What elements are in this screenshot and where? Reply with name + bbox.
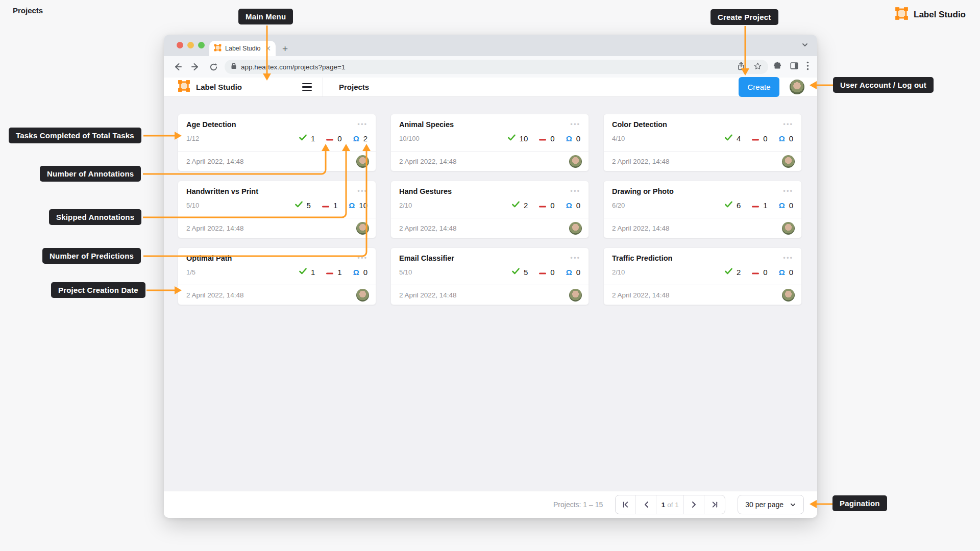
project-title: Age Detection (186, 120, 357, 129)
project-card[interactable]: Handwritten vs Print ••• 5/10 5 1 Ω (178, 181, 376, 238)
browser-window: Label Studio ✕ + app.heartex.com/project… (164, 35, 817, 518)
tasks-completed-ratio: 1/5 (186, 268, 299, 276)
skipped-minus-icon (752, 134, 759, 143)
project-title: Traffic Prediction (612, 254, 783, 262)
project-title: Handwritten vs Print (186, 187, 357, 195)
main-menu-hamburger-icon[interactable] (302, 83, 312, 91)
url-text[interactable]: app.heartex.com/projects?page=1 (241, 63, 733, 71)
project-card[interactable]: Optimal Path ••• 1/5 1 1 Ω 0 (178, 247, 376, 305)
predictions-count: 0 (363, 268, 368, 277)
bookmark-star-icon[interactable] (753, 62, 762, 72)
project-card[interactable]: Animal Species ••• 10/100 10 0 Ω (390, 114, 589, 171)
predictions-count: 0 (576, 201, 580, 210)
skipped-minus-icon (752, 201, 759, 210)
predictions-count: 2 (363, 134, 368, 143)
project-creation-date: 2 April 2022, 14:48 (186, 224, 356, 232)
first-page-button[interactable] (616, 495, 636, 514)
callout-num-predictions: Number of Predictions (42, 248, 141, 264)
project-card[interactable]: Traffic Prediction ••• 2/10 2 0 Ω (603, 247, 802, 305)
browser-tab[interactable]: Label Studio ✕ (209, 41, 276, 56)
app-footer: Projects: 1 – 15 1 of 1 30 per page (164, 491, 817, 518)
project-card[interactable]: Drawing or Photo ••• 6/20 6 1 Ω (603, 181, 802, 238)
per-page-dropdown[interactable]: 30 per page (738, 495, 804, 514)
annotations-check-icon (725, 267, 732, 277)
project-member-avatar (356, 155, 369, 168)
zoom-window-button[interactable] (198, 42, 205, 48)
user-avatar[interactable] (790, 80, 804, 94)
last-page-button[interactable] (704, 495, 725, 514)
chevron-down-icon (790, 502, 796, 508)
project-title: Drawing or Photo (612, 187, 783, 195)
project-creation-date: 2 April 2022, 14:48 (399, 291, 569, 299)
predictions-icon: Ω (779, 268, 785, 277)
prev-page-button[interactable] (636, 495, 656, 514)
page-count: of 1 (667, 501, 679, 509)
back-icon[interactable] (171, 60, 184, 73)
card-menu-kebab-icon[interactable]: ••• (783, 120, 793, 127)
callout-pagination: Pagination (832, 495, 887, 511)
annotations-count: 2 (524, 201, 528, 210)
forward-icon[interactable] (189, 60, 202, 73)
close-window-button[interactable] (177, 42, 183, 48)
skipped-count: 0 (763, 268, 767, 277)
app-brand-label: Label Studio (196, 83, 242, 91)
card-menu-kebab-icon[interactable]: ••• (357, 120, 368, 127)
card-menu-kebab-icon[interactable]: ••• (570, 254, 580, 260)
card-menu-kebab-icon[interactable]: ••• (570, 120, 580, 127)
new-tab-button[interactable]: + (282, 43, 288, 55)
predictions-count: 0 (789, 201, 793, 210)
skipped-count: 1 (333, 201, 337, 210)
card-counts: 6 1 Ω 0 (725, 201, 793, 210)
tab-title: Label Studio (225, 45, 261, 52)
annotations-check-icon (508, 134, 516, 143)
predictions-count: 10 (359, 201, 368, 210)
tasks-completed-ratio: 2/10 (399, 202, 512, 209)
address-bar[interactable]: app.heartex.com/projects?page=1 (225, 60, 768, 74)
project-creation-date: 2 April 2022, 14:48 (399, 158, 569, 165)
extensions-puzzle-icon[interactable] (773, 61, 782, 72)
predictions-count: 0 (789, 268, 793, 277)
skipped-count: 0 (337, 134, 341, 143)
reload-icon[interactable] (207, 60, 220, 73)
predictions-icon: Ω (566, 268, 572, 277)
tab-strip-chevron-icon[interactable] (801, 41, 808, 51)
project-card[interactable]: Hand Gestures ••• 2/10 2 0 Ω (390, 181, 589, 238)
card-counts: 5 0 Ω 0 (512, 267, 580, 277)
tab-close-icon[interactable]: ✕ (265, 45, 271, 52)
card-menu-kebab-icon[interactable]: ••• (357, 187, 368, 193)
project-creation-date: 2 April 2022, 14:48 (612, 291, 782, 299)
lock-icon (231, 62, 237, 71)
card-menu-kebab-icon[interactable]: ••• (570, 187, 580, 193)
callout-creation-date: Project Creation Date (51, 282, 145, 298)
callout-num-annotations: Number of Annotations (40, 166, 141, 182)
predictions-icon: Ω (566, 201, 572, 210)
share-icon[interactable] (737, 62, 745, 72)
project-member-avatar (569, 155, 582, 168)
side-panel-icon[interactable] (790, 61, 799, 72)
skipped-minus-icon (326, 267, 333, 277)
card-menu-kebab-icon[interactable]: ••• (783, 254, 793, 260)
minimize-window-button[interactable] (187, 42, 194, 48)
browser-menu-kebab-icon[interactable] (806, 61, 809, 72)
project-creation-date: 2 April 2022, 14:48 (186, 291, 356, 299)
create-project-button[interactable]: Create (739, 77, 779, 97)
annotations-check-icon (295, 201, 303, 210)
project-member-avatar (356, 222, 369, 235)
window-controls[interactable] (177, 42, 205, 48)
card-menu-kebab-icon[interactable]: ••• (783, 187, 793, 193)
skipped-count: 0 (550, 268, 554, 277)
next-page-button[interactable] (684, 495, 704, 514)
annotations-count: 6 (737, 201, 741, 210)
predictions-icon: Ω (353, 268, 359, 277)
project-card[interactable]: Age Detection ••• 1/12 1 0 Ω (178, 114, 376, 171)
project-member-avatar (782, 222, 795, 235)
callout-user-account: User Account / Log out (833, 77, 934, 93)
project-card[interactable]: Color Detection ••• 4/10 4 0 Ω (603, 114, 802, 171)
project-creation-date: 2 April 2022, 14:48 (612, 224, 782, 232)
annotations-count: 2 (737, 268, 741, 277)
card-counts: 2 0 Ω 0 (512, 201, 580, 210)
project-card[interactable]: Email Classifier ••• 5/10 5 0 Ω (390, 247, 589, 305)
browser-toolbar: app.heartex.com/projects?page=1 (164, 56, 817, 78)
card-menu-kebab-icon[interactable]: ••• (357, 254, 368, 260)
card-counts: 10 0 Ω 0 (508, 134, 580, 143)
